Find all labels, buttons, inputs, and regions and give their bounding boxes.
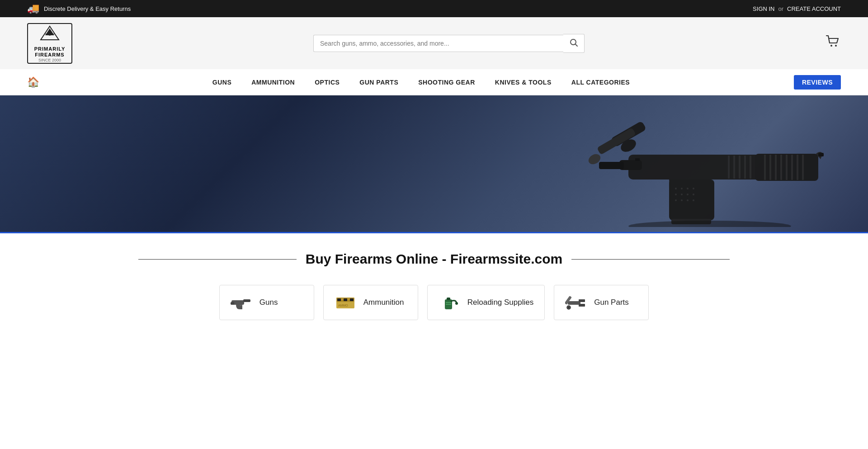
delivery-info: 🚚 Discrete Delivery & Easy Returns [27, 3, 131, 14]
truck-icon: 🚚 [27, 3, 39, 14]
svg-rect-19 [750, 156, 751, 179]
search-button[interactable] [563, 34, 585, 53]
svg-point-24 [687, 188, 689, 189]
svg-rect-65 [579, 304, 585, 307]
category-row: Guns AMMO Ammunition [27, 285, 841, 320]
reviews-button[interactable]: REVIEWS [794, 75, 841, 90]
svg-rect-17 [739, 156, 741, 179]
nav-item-ammunition[interactable]: AMMUNITION [241, 71, 305, 94]
hero-banner [0, 95, 868, 233]
title-line-left [138, 259, 297, 260]
svg-rect-35 [764, 155, 766, 180]
svg-rect-40 [791, 155, 793, 180]
logo-icon [38, 24, 61, 45]
main-content: Buy Firearms Online - Firearmssite.com G… [0, 233, 868, 338]
svg-rect-36 [769, 155, 771, 180]
svg-rect-48 [243, 299, 250, 302]
svg-rect-55 [344, 298, 347, 301]
cart-button[interactable] [826, 34, 841, 52]
svg-rect-50 [240, 305, 242, 306]
svg-point-32 [687, 199, 689, 201]
svg-point-26 [675, 194, 677, 195]
ammunition-label: Ammunition [363, 298, 404, 307]
gun-parts-icon [565, 293, 587, 312]
logo-title: PRIMARILY FIREARMS [34, 46, 66, 58]
svg-rect-14 [599, 162, 624, 169]
svg-rect-37 [775, 155, 777, 180]
logo[interactable]: PRIMARILY FIREARMS SINCE 2000 [27, 23, 72, 64]
svg-point-62 [455, 302, 458, 305]
delivery-text: Discrete Delivery & Easy Returns [44, 5, 131, 12]
svg-point-25 [693, 188, 694, 189]
svg-line-5 [576, 44, 577, 46]
nav-bar: 🏠 GUNS AMMUNITION OPTICS GUN PARTS SHOOT… [0, 69, 868, 95]
svg-point-7 [835, 45, 837, 47]
category-card-gun-parts[interactable]: Gun Parts [554, 285, 649, 320]
title-line-right [571, 259, 730, 260]
hero-image [529, 100, 868, 227]
or-label: or [778, 5, 784, 12]
section-title: Buy Firearms Online - Firearmssite.com [27, 251, 841, 267]
signin-link[interactable]: SIGN IN [753, 5, 774, 12]
svg-point-33 [693, 199, 694, 201]
nav-item-guns[interactable]: GUNS [203, 71, 241, 94]
top-bar: 🚚 Discrete Delivery & Easy Returns SIGN … [0, 0, 868, 17]
logo-since: SINCE 2000 [38, 58, 61, 62]
svg-rect-59 [447, 298, 450, 300]
auth-links: SIGN IN or CREATE ACCOUNT [753, 5, 841, 12]
svg-rect-39 [786, 155, 788, 180]
svg-rect-18 [744, 156, 746, 179]
category-card-ammunition[interactable]: AMMO Ammunition [323, 285, 418, 320]
logo-area: PRIMARILY FIREARMS SINCE 2000 [27, 23, 72, 64]
svg-point-4 [571, 39, 576, 45]
svg-point-46 [628, 221, 791, 227]
gun-parts-label: Gun Parts [594, 298, 629, 307]
category-card-reloading[interactable]: Reloading Supplies [427, 285, 545, 320]
svg-rect-42 [802, 155, 804, 180]
nav-links: GUNS AMMUNITION OPTICS GUN PARTS SHOOTIN… [48, 71, 794, 94]
reloading-icon [439, 293, 460, 312]
svg-point-6 [830, 45, 832, 47]
svg-point-68 [568, 307, 570, 308]
search-input[interactable] [313, 35, 563, 52]
svg-point-31 [681, 199, 683, 201]
search-area [313, 34, 585, 53]
svg-rect-38 [780, 155, 782, 180]
create-account-link[interactable]: CREATE ACCOUNT [787, 5, 841, 12]
svg-point-22 [675, 188, 677, 189]
header: PRIMARILY FIREARMS SINCE 2000 [0, 17, 868, 69]
ammunition-icon: AMMO [335, 293, 356, 312]
reloading-label: Reloading Supplies [467, 298, 534, 307]
svg-rect-49 [231, 302, 234, 305]
home-icon[interactable]: 🏠 [27, 76, 39, 88]
guns-label: Guns [259, 298, 278, 307]
svg-rect-44 [635, 158, 640, 161]
nav-item-knives-tools[interactable]: KNIVES & TOOLS [485, 71, 561, 94]
category-card-guns[interactable]: Guns [219, 285, 314, 320]
svg-rect-54 [337, 298, 341, 301]
svg-point-28 [687, 194, 689, 195]
nav-item-gun-parts[interactable]: GUN PARTS [349, 71, 408, 94]
svg-point-29 [693, 194, 694, 195]
svg-rect-64 [579, 299, 585, 302]
svg-point-23 [681, 188, 683, 189]
svg-rect-15 [728, 156, 730, 179]
svg-point-27 [681, 194, 683, 195]
svg-rect-63 [568, 301, 580, 305]
svg-rect-60 [446, 302, 451, 303]
nav-item-all-categories[interactable]: ALL CATEGORIES [561, 71, 640, 94]
svg-point-30 [675, 199, 677, 201]
nav-item-optics[interactable]: OPTICS [305, 71, 349, 94]
nav-item-shooting-gear[interactable]: SHOOTING GEAR [408, 71, 485, 94]
svg-rect-43 [818, 153, 824, 156]
svg-rect-41 [797, 155, 798, 180]
svg-rect-56 [350, 298, 354, 301]
svg-text:AMMO: AMMO [338, 304, 348, 307]
svg-rect-61 [446, 304, 451, 305]
guns-icon [231, 293, 252, 312]
svg-rect-16 [733, 156, 735, 179]
section-heading: Buy Firearms Online - Firearmssite.com [306, 251, 563, 267]
